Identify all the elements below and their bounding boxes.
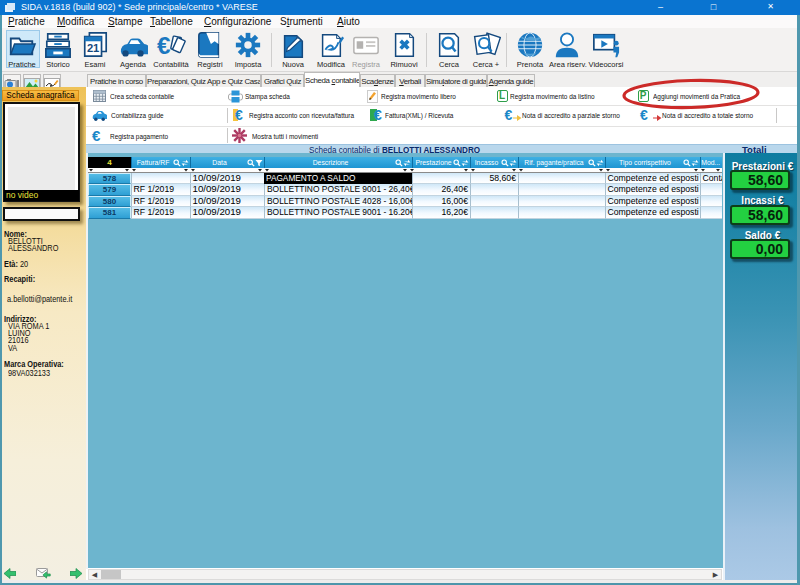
svg-text:€: € — [157, 32, 171, 59]
svg-text:21: 21 — [87, 42, 99, 54]
